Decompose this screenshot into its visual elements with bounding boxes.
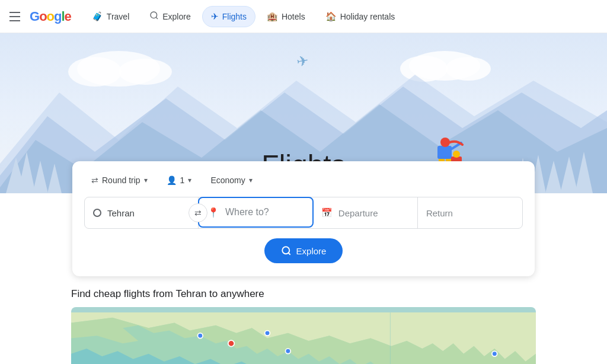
- origin-input-group[interactable]: ⇄: [85, 197, 199, 228]
- hamburger-button[interactable]: [9, 12, 20, 21]
- svg-rect-22: [437, 146, 452, 159]
- trip-type-label: Round trip: [102, 175, 140, 185]
- svg-line-1: [156, 17, 158, 19]
- svg-point-7: [446, 57, 491, 81]
- google-logo: Google: [30, 9, 71, 24]
- tab-explore[interactable]: Explore: [140, 5, 199, 27]
- calendar-icon: 📅: [321, 207, 333, 218]
- tab-hotels[interactable]: 🏨 Hotels: [258, 6, 314, 27]
- nav-tabs: 🧳 Travel Explore ✈ Flights 🏨 Hotels 🏠 Ho…: [83, 5, 404, 27]
- svg-line-31: [288, 253, 290, 254]
- flights-icon: ✈: [211, 11, 219, 22]
- svg-point-23: [440, 138, 450, 147]
- travel-icon: 🧳: [92, 11, 103, 22]
- trip-type-chevron: ▾: [144, 176, 148, 184]
- passengers-chevron: ▾: [188, 176, 191, 184]
- origin-input[interactable]: [107, 208, 190, 218]
- return-placeholder: Return: [426, 208, 453, 218]
- tab-holiday-rentals-label: Holiday rentals: [340, 12, 395, 21]
- search-inputs-row: ⇄ 📍 📅 Departure Return: [84, 197, 523, 229]
- tab-flights[interactable]: ✈ Flights: [202, 6, 255, 27]
- roundtrip-icon: ⇄: [91, 175, 98, 185]
- swap-button[interactable]: ⇄: [189, 203, 207, 222]
- destination-pin-icon: 📍: [207, 207, 219, 218]
- svg-point-0: [151, 12, 157, 18]
- explore-button-container: Explore: [84, 238, 523, 263]
- destination-input-group[interactable]: 📍: [198, 197, 314, 228]
- passengers-selector[interactable]: 👤 1 ▾: [159, 172, 199, 189]
- svg-point-4: [119, 59, 172, 85]
- tab-explore-label: Explore: [162, 12, 190, 21]
- header: Google 🧳 Travel Explore ✈ Flights 🏨 Hote…: [0, 0, 607, 33]
- tab-travel-label: Travel: [107, 12, 129, 21]
- search-options-row: ⇄ Round trip ▾ 👤 1 ▾ Economy ▾: [84, 172, 523, 189]
- svg-point-38: [492, 351, 497, 356]
- explore-icon: [149, 11, 159, 22]
- class-chevron: ▾: [249, 176, 253, 184]
- trip-type-selector[interactable]: ⇄ Round trip ▾: [84, 172, 155, 189]
- map-container[interactable]: [71, 307, 536, 364]
- explore-button-label: Explore: [296, 246, 327, 256]
- passengers-label: 1: [180, 175, 185, 185]
- hotels-icon: 🏨: [267, 11, 278, 22]
- holiday-rentals-icon: 🏠: [325, 11, 337, 22]
- bottom-section: Find cheap flights from Tehran to anywhe…: [0, 276, 607, 364]
- explore-button[interactable]: Explore: [264, 238, 343, 263]
- tab-hotels-label: Hotels: [282, 12, 305, 21]
- svg-point-37: [286, 349, 291, 354]
- svg-point-6: [400, 56, 448, 82]
- search-icon: [281, 245, 292, 256]
- return-date-group[interactable]: Return: [418, 197, 522, 228]
- svg-point-34: [197, 333, 203, 339]
- svg-point-3: [68, 57, 122, 87]
- search-panel: ⇄ Round trip ▾ 👤 1 ▾ Economy ▾: [72, 161, 535, 276]
- svg-text:✈: ✈: [295, 52, 309, 70]
- class-selector[interactable]: Economy ▾: [203, 172, 259, 189]
- destination-input[interactable]: [225, 207, 304, 218]
- tab-travel[interactable]: 🧳 Travel: [83, 6, 138, 27]
- tab-flights-label: Flights: [222, 12, 247, 21]
- svg-point-28: [453, 151, 460, 158]
- departure-placeholder: Departure: [338, 208, 378, 218]
- svg-point-36: [265, 331, 270, 336]
- origin-circle-icon: [93, 209, 101, 217]
- class-label: Economy: [210, 175, 245, 185]
- tab-holiday-rentals[interactable]: 🏠 Holiday rentals: [317, 6, 404, 27]
- svg-point-35: [228, 340, 234, 346]
- departure-date-group[interactable]: 📅 Departure: [313, 197, 418, 228]
- find-flights-title: Find cheap flights from Tehran to anywhe…: [71, 288, 536, 300]
- person-icon: 👤: [167, 175, 177, 185]
- svg-point-30: [282, 247, 289, 254]
